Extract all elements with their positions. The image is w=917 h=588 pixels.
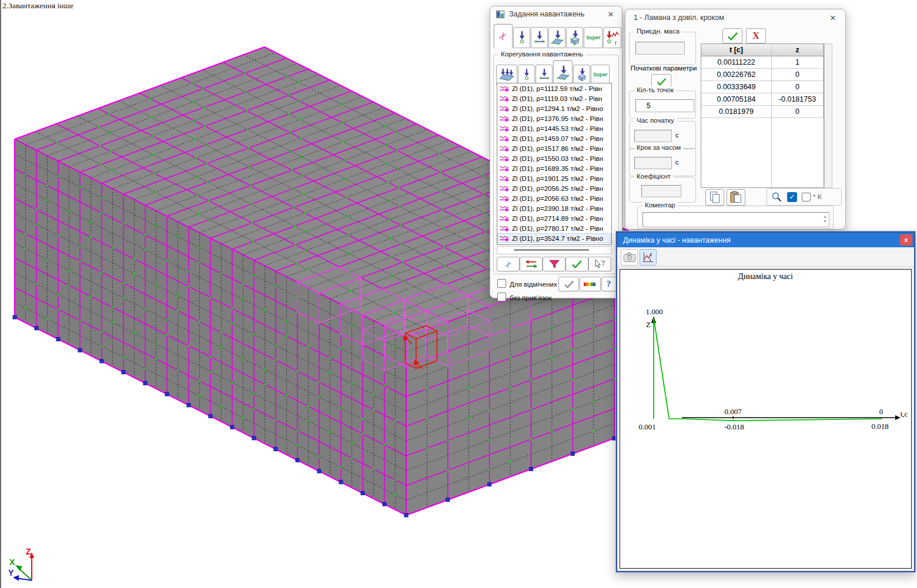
tab-line-load[interactable] xyxy=(531,27,548,48)
load-item[interactable]: Zl (D1), p=2390.18 т/м2 - Рівн xyxy=(497,203,611,213)
points-count-group: Кіл-ть точок 5 xyxy=(629,90,696,119)
load-item-label: Zl (D1), p=2780.17 т/м2 - Рівн xyxy=(512,225,603,232)
help-button[interactable]: ? xyxy=(601,277,616,291)
load-item[interactable]: Zl (D1), p=2056.63 т/м2 - Рівн xyxy=(497,193,611,203)
load-item[interactable]: Zl (D1), p=1901.25 т/м2 - Рівн xyxy=(497,173,611,183)
points-count-field[interactable]: 5 xyxy=(635,99,694,112)
apply-load-button[interactable] xyxy=(565,257,588,271)
cancel-button[interactable]: X xyxy=(746,28,766,43)
node-load-icon xyxy=(521,68,532,82)
dynamics-title: Динаміка у часі - навантаження xyxy=(623,236,731,244)
tab-edit-distributed[interactable] xyxy=(496,65,517,85)
svg-text:Z: Z xyxy=(646,320,651,329)
spin-up-icon[interactable]: ▲ xyxy=(823,214,827,219)
load-item[interactable]: Zl (D1), p=1445.53 т/м2 - Рівн xyxy=(497,123,611,133)
points-table[interactable]: t [c]z0.0011122210.0022676200.0033364900… xyxy=(701,43,824,188)
table-header-cell[interactable]: t [c] xyxy=(701,44,772,56)
scrollbar-thumb[interactable] xyxy=(514,249,589,251)
comment-field[interactable]: ▲▼ xyxy=(642,212,829,227)
load-item-label: Zl (D1), p=1459.07 т/м2 - Рівн xyxy=(512,135,603,142)
table-vscrollbar[interactable] xyxy=(824,43,832,188)
tab-edit-solid[interactable] xyxy=(573,65,590,85)
load-item[interactable]: Zl (D1), p=1459.07 т/м2 - Рівн xyxy=(497,133,611,143)
spin-down-icon[interactable]: ▼ xyxy=(823,219,827,224)
preview-checkbox[interactable]: ✓ xyxy=(787,192,797,202)
no-binding-checkbox[interactable] xyxy=(497,293,506,301)
close-icon[interactable]: ✕ xyxy=(826,12,839,24)
load-dialog-title: Задання навантажень xyxy=(509,10,584,18)
graph-mode-button[interactable]: 21 xyxy=(640,249,657,266)
table-cell[interactable]: 1 xyxy=(772,56,824,68)
k-checkbox-label: * K xyxy=(813,193,822,200)
load-item[interactable]: Zl (D1), p=2714.89 т/м2 - Рівн xyxy=(497,213,611,223)
replace-load-button[interactable] xyxy=(520,257,543,271)
preview-panel: ✓ * K xyxy=(767,188,842,206)
coefficient-field[interactable] xyxy=(641,185,681,197)
apply-marked-button[interactable] xyxy=(558,277,579,291)
svg-text:0: 0 xyxy=(879,407,883,416)
table-cell[interactable]: 0.00226762 xyxy=(701,69,772,80)
tab-node-load[interactable] xyxy=(513,27,530,48)
ok-button[interactable] xyxy=(722,28,742,43)
marked-only-row: Для відмічених xyxy=(497,278,557,289)
color-scale-button[interactable] xyxy=(580,277,601,291)
load-item[interactable]: Zl (D1), p=3524.7 т/м2 - Рівно xyxy=(497,233,611,243)
paste-button[interactable] xyxy=(727,189,745,206)
select-by-filter-button[interactable] xyxy=(588,257,611,271)
load-item[interactable]: Zl (D1), p=1689.35 т/м2 - Рівн xyxy=(497,163,611,173)
table-cell[interactable]: -0.0181753 xyxy=(772,93,824,105)
tab-dynamic-load[interactable]: t xyxy=(603,27,621,48)
load-item[interactable]: Zl (D1), p=1550.03 т/м2 - Рівн xyxy=(497,153,611,163)
table-cell[interactable]: 0 xyxy=(772,81,824,93)
attached-mass-group: Приєдн. маса xyxy=(629,32,696,65)
tab-solid-load[interactable] xyxy=(566,27,583,48)
tab-edit-node[interactable] xyxy=(518,65,535,85)
table-cell[interactable]: 0.00333649 xyxy=(701,81,772,93)
load-item[interactable]: Zl (D1), p=1517.86 т/м2 - Рівн xyxy=(497,143,611,153)
scissors-blue-icon: ✂ xyxy=(503,258,514,270)
funnel-icon xyxy=(548,259,560,269)
table-cell[interactable]: 0.00111222 xyxy=(701,56,772,68)
table-row: 0.001112221 xyxy=(701,56,824,69)
load-dialog-titlebar: Задання навантажень xyxy=(490,6,622,22)
delete-load-button[interactable]: ✂ xyxy=(497,257,520,271)
filter-loads-button[interactable] xyxy=(543,257,565,271)
load-item[interactable]: Zl (D1), p=1119.03 т/м2 - Рівн xyxy=(497,93,611,103)
marked-only-checkbox[interactable] xyxy=(497,279,506,288)
time-step-group: Крок за часом с xyxy=(629,148,696,176)
copy-button[interactable] xyxy=(705,189,724,206)
load-item[interactable]: Zl (D1), p=1112.59 т/м2 - Рівн xyxy=(497,83,611,93)
plate-load-icon xyxy=(551,30,564,45)
load-item[interactable]: Zl (D1), p=1294.1 т/м2 - Рівно xyxy=(497,103,611,113)
load-item[interactable]: Zl (D1), p=2056.25 т/м2 - Рівн xyxy=(497,183,611,193)
loads-hscrollbar[interactable] xyxy=(497,246,612,254)
node-load-icon xyxy=(516,30,528,45)
table-empty-area xyxy=(701,118,772,190)
table-cell[interactable]: 0.00705184 xyxy=(701,93,772,105)
tab-edit-line[interactable] xyxy=(536,65,553,85)
load-item[interactable]: Zl (D1), p=2780.17 т/м2 - Рівн xyxy=(497,223,611,233)
magnifier-icon[interactable] xyxy=(771,191,782,203)
k-checkbox[interactable] xyxy=(802,193,811,201)
table-header-cell[interactable]: z xyxy=(772,44,824,56)
spinner[interactable]: ▲▼ xyxy=(823,214,827,224)
snapshot-button[interactable] xyxy=(621,249,638,266)
loads-list[interactable]: Zl (D1), p=1112.59 т/м2 - РівнZl (D1), p… xyxy=(497,83,612,245)
load-item-label: Zl (D1), p=1376.95 т/м2 - Рівн xyxy=(512,115,603,122)
tab-edit-super[interactable]: Super xyxy=(591,65,610,85)
svg-text:1: 1 xyxy=(649,257,651,261)
time-step-field[interactable] xyxy=(634,157,672,169)
close-icon[interactable]: x xyxy=(900,234,912,246)
gray-check-icon xyxy=(564,280,574,288)
tab-super-load[interactable]: Super xyxy=(584,27,603,48)
start-time-field[interactable] xyxy=(634,130,672,142)
table-cell[interactable]: 0 xyxy=(772,69,824,80)
attached-mass-field[interactable] xyxy=(635,42,685,55)
table-cell[interactable]: 0.0181979 xyxy=(701,106,772,117)
tab-plate-load[interactable] xyxy=(548,27,565,48)
tab-cut-loads[interactable]: ✂ xyxy=(494,24,513,48)
table-cell[interactable]: 0 xyxy=(772,106,824,117)
load-item[interactable]: Zl (D1), p=1376.95 т/м2 - Рівн xyxy=(497,113,611,123)
tab-edit-plate[interactable] xyxy=(553,61,573,85)
close-icon[interactable]: ✕ xyxy=(604,9,617,21)
